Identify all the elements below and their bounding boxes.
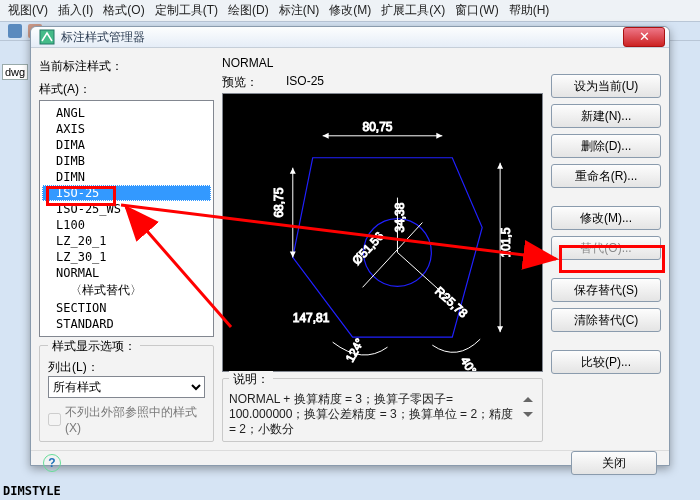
current-style-label: 当前标注样式： <box>39 58 149 75</box>
xref-checkbox-input <box>48 413 61 426</box>
current-style-value: NORMAL <box>222 56 273 70</box>
preview-pane: 80,75 68,75 101,5 34,38 Ø51,56 R25,78 14… <box>222 93 543 372</box>
app-icon <box>39 29 55 45</box>
toolbar-icon[interactable] <box>8 24 22 38</box>
modify-button[interactable]: 修改(M)... <box>551 206 661 230</box>
preview-label: 预览： <box>222 74 258 91</box>
dim-34: 34,38 <box>393 202 407 232</box>
style-item[interactable]: L100 <box>42 217 211 233</box>
menu-insert[interactable]: 插入(I) <box>58 2 93 19</box>
list-label: 列出(L)： <box>48 359 205 376</box>
dim-top: 80,75 <box>363 120 393 134</box>
save-override-button[interactable]: 保存替代(S) <box>551 278 661 302</box>
delete-button[interactable]: 删除(D)... <box>551 134 661 158</box>
xref-checkbox[interactable]: 不列出外部参照中的样式(X) <box>48 404 205 435</box>
menu-dim[interactable]: 标注(N) <box>279 2 320 19</box>
dim-147: 147,81 <box>293 311 330 325</box>
menu-format[interactable]: 格式(O) <box>103 2 144 19</box>
style-item[interactable]: 〈样式替代〉 <box>42 281 211 300</box>
dim-ang1: 124° <box>343 336 367 365</box>
style-item[interactable]: ISO-25 <box>42 185 211 201</box>
menu-window[interactable]: 窗口(W) <box>455 2 498 19</box>
description-label: 说明： <box>229 371 273 388</box>
file-tab[interactable]: dwg <box>2 64 28 80</box>
desc-scroll[interactable] <box>520 392 536 422</box>
dimstyle-dialog: 标注样式管理器 ✕ 当前标注样式： 样式(A)： ANGLAXISDIMADIM… <box>30 26 670 466</box>
scroll-up-icon[interactable] <box>523 392 533 402</box>
style-item[interactable]: SECTION <box>42 300 211 316</box>
display-options-group: 样式显示选项： 列出(L)： 所有样式 不列出外部参照中的样式(X) <box>39 345 214 442</box>
menu-custom[interactable]: 定制工具(T) <box>155 2 218 19</box>
dim-left: 68,75 <box>272 187 286 217</box>
style-item[interactable]: STANDARD <box>42 316 211 332</box>
rename-button[interactable]: 重命名(R)... <box>551 164 661 188</box>
style-item[interactable]: AXIS <box>42 121 211 137</box>
description-text: NORMAL + 换算精度 = 3；换算子零因子= 100.000000；换算公… <box>229 392 520 437</box>
style-item[interactable]: ISO-25_WS <box>42 201 211 217</box>
menu-help[interactable]: 帮助(H) <box>509 2 550 19</box>
xref-checkbox-label: 不列出外部参照中的样式(X) <box>65 404 205 435</box>
menu-ext[interactable]: 扩展工具(X) <box>381 2 445 19</box>
group-title: 样式显示选项： <box>48 338 140 355</box>
dim-right: 101,5 <box>499 227 513 257</box>
menu-view[interactable]: 视图(V) <box>8 2 48 19</box>
menu-draw[interactable]: 绘图(D) <box>228 2 269 19</box>
command-line: DIMSTYLE <box>3 484 61 498</box>
compare-button[interactable]: 比较(P)... <box>551 350 661 374</box>
style-item[interactable]: DIMB <box>42 153 211 169</box>
dim-ang2: 40° <box>458 354 480 371</box>
styles-label: 样式(A)： <box>39 81 214 98</box>
close-button[interactable]: ✕ <box>623 27 665 47</box>
dialog-footer: ? 关闭 <box>31 450 669 475</box>
styles-listbox[interactable]: ANGLAXISDIMADIMBDIMNISO-25ISO-25_WSL100L… <box>39 100 214 337</box>
scroll-down-icon[interactable] <box>523 412 533 422</box>
description-group: 说明： NORMAL + 换算精度 = 3；换算子零因子= 100.000000… <box>222 378 543 442</box>
style-item[interactable]: ANGL <box>42 105 211 121</box>
set-current-button[interactable]: 设为当前(U) <box>551 74 661 98</box>
menu-modify[interactable]: 修改(M) <box>329 2 371 19</box>
override-button: 替代(O)... <box>551 236 661 260</box>
clear-override-button[interactable]: 清除替代(C) <box>551 308 661 332</box>
titlebar: 标注样式管理器 ✕ <box>31 27 669 48</box>
new-button[interactable]: 新建(N)... <box>551 104 661 128</box>
style-item[interactable]: DIMA <box>42 137 211 153</box>
style-item[interactable]: DIMN <box>42 169 211 185</box>
style-item[interactable]: LZ_30_1 <box>42 249 211 265</box>
style-item[interactable]: LZ_20_1 <box>42 233 211 249</box>
preview-style-name: ISO-25 <box>286 74 324 91</box>
list-filter-combo[interactable]: 所有样式 <box>48 376 205 398</box>
style-item[interactable]: NORMAL <box>42 265 211 281</box>
close-dialog-button[interactable]: 关闭 <box>571 451 657 475</box>
menu-bar[interactable]: 视图(V) 插入(I) 格式(O) 定制工具(T) 绘图(D) 标注(N) 修改… <box>0 0 700 21</box>
dialog-title: 标注样式管理器 <box>61 29 623 46</box>
help-icon[interactable]: ? <box>43 454 61 472</box>
